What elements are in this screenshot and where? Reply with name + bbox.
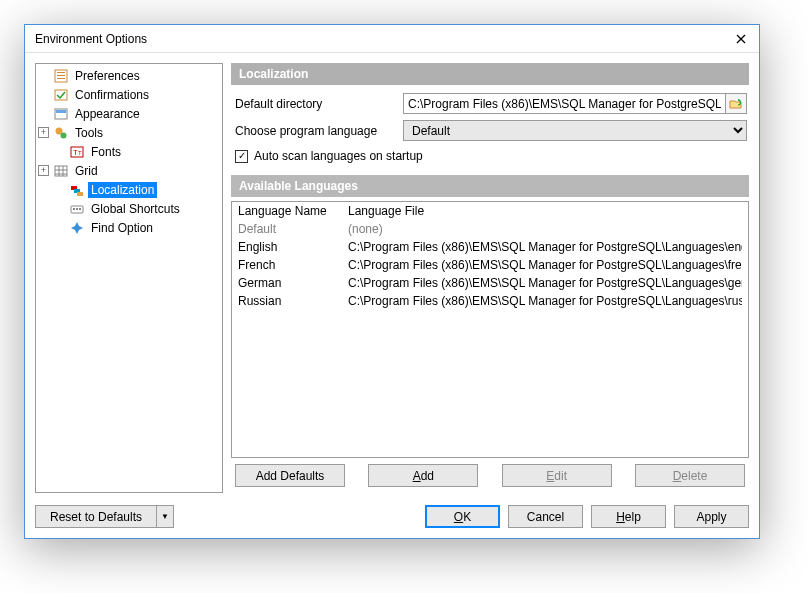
list-item[interactable]: FrenchC:\Program Files (x86)\EMS\SQL Man… — [232, 256, 748, 274]
add-defaults-button[interactable]: Add Defaults — [235, 464, 345, 487]
autoscan-label: Auto scan languages on startup — [254, 149, 423, 163]
edit-button[interactable]: Edit — [502, 464, 612, 487]
languages-list[interactable]: Language NameLanguage FileDefault(none)E… — [231, 201, 749, 458]
window-title: Environment Options — [35, 32, 729, 46]
svg-rect-1 — [57, 72, 65, 73]
choose-language-label: Choose program language — [233, 124, 403, 138]
svg-text:T: T — [78, 150, 82, 156]
close-button[interactable] — [729, 29, 753, 49]
tree-item-fonts[interactable]: TT Fonts — [36, 142, 222, 161]
reset-to-defaults-button[interactable]: Reset to Defaults ▼ — [35, 505, 174, 528]
add-button[interactable]: Add — [368, 464, 478, 487]
tree-item-find-option[interactable]: Find Option — [36, 218, 222, 237]
settings-panel: Localization Default directory Choose pr… — [231, 63, 749, 493]
environment-options-dialog: Environment Options Preferences Confirma… — [24, 24, 760, 539]
delete-button[interactable]: Delete — [635, 464, 745, 487]
list-item[interactable]: EnglishC:\Program Files (x86)\EMS\SQL Ma… — [232, 238, 748, 256]
svg-rect-19 — [79, 208, 81, 210]
choose-language-select[interactable]: Default — [403, 120, 747, 141]
section-header-localization: Localization — [231, 63, 749, 85]
svg-rect-3 — [57, 78, 65, 79]
tree-item-global-shortcuts[interactable]: Global Shortcuts — [36, 199, 222, 218]
titlebar: Environment Options — [25, 25, 759, 53]
tree-item-grid[interactable]: + Grid — [36, 161, 222, 180]
default-directory-input[interactable] — [403, 93, 726, 114]
list-header: Language NameLanguage File — [232, 202, 748, 220]
list-item[interactable]: Default(none) — [232, 220, 748, 238]
svg-rect-4 — [55, 90, 67, 100]
tree-item-appearance[interactable]: Appearance — [36, 104, 222, 123]
tree-item-tools[interactable]: + Tools — [36, 123, 222, 142]
svg-rect-6 — [56, 110, 66, 113]
dropdown-icon[interactable]: ▼ — [157, 505, 174, 528]
svg-rect-18 — [76, 208, 78, 210]
tree-item-localization[interactable]: Localization — [36, 180, 222, 199]
dialog-footer: Reset to Defaults ▼ OK Cancel Help Apply — [25, 499, 759, 538]
browse-button[interactable] — [726, 93, 747, 114]
appearance-icon — [53, 106, 69, 122]
svg-rect-17 — [73, 208, 75, 210]
nav-tree[interactable]: Preferences Confirmations Appearance + — [35, 63, 223, 493]
svg-point-8 — [61, 132, 67, 138]
list-item[interactable]: GermanC:\Program Files (x86)\EMS\SQL Man… — [232, 274, 748, 292]
confirmations-icon — [53, 87, 69, 103]
default-directory-label: Default directory — [233, 97, 403, 111]
section-header-available: Available Languages — [231, 175, 749, 197]
preferences-icon — [53, 68, 69, 84]
svg-rect-2 — [57, 75, 65, 76]
expand-icon[interactable]: + — [38, 127, 49, 138]
form-area: Default directory Choose program languag… — [231, 85, 749, 175]
tree-item-preferences[interactable]: Preferences — [36, 66, 222, 85]
autoscan-checkbox[interactable]: ✓ — [235, 150, 248, 163]
grid-icon — [53, 163, 69, 179]
expand-icon[interactable]: + — [38, 165, 49, 176]
shortcuts-icon — [69, 201, 85, 217]
folder-open-icon — [729, 97, 743, 111]
help-button[interactable]: Help — [591, 505, 666, 528]
apply-button[interactable]: Apply — [674, 505, 749, 528]
tools-icon — [53, 125, 69, 141]
tree-item-confirmations[interactable]: Confirmations — [36, 85, 222, 104]
find-icon — [69, 220, 85, 236]
list-item[interactable]: RussianC:\Program Files (x86)\EMS\SQL Ma… — [232, 292, 748, 310]
svg-rect-15 — [77, 192, 83, 196]
ok-button[interactable]: OK — [425, 505, 500, 528]
localization-icon — [69, 182, 85, 198]
cancel-button[interactable]: Cancel — [508, 505, 583, 528]
fonts-icon: TT — [69, 144, 85, 160]
lang-buttons-row: Add Defaults Add Edit Delete — [231, 458, 749, 493]
